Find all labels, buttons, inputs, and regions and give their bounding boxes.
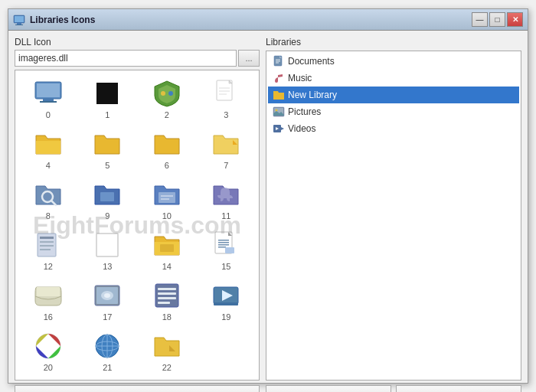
svg-rect-40 [158, 292, 176, 295]
close-button[interactable]: ✕ [507, 12, 523, 27]
icon-img-10 [152, 179, 182, 210]
library-item-pictures[interactable]: Pictures [268, 103, 519, 120]
newlibrary-icon [273, 89, 285, 101]
icon-num-14: 14 [162, 262, 172, 271]
icon-cell-14[interactable]: 14 [139, 227, 195, 274]
svg-rect-29 [218, 240, 229, 241]
icon-cell-19[interactable]: 19 [198, 277, 255, 325]
icon-cell-11[interactable]: 11 [198, 176, 255, 224]
main-panels: DLL Icon ... EightForums.com [15, 37, 521, 381]
library-item-pictures-label: Pictures [288, 106, 321, 117]
minimize-button[interactable]: — [472, 12, 488, 27]
icon-cell-13[interactable]: 13 [80, 227, 136, 274]
svg-rect-30 [218, 242, 229, 243]
left-bottom-area: Select Icon from dll [15, 385, 260, 392]
icon-img-7 [211, 129, 241, 159]
dll-input[interactable] [15, 50, 237, 67]
icon-cell-9[interactable]: 9 [80, 176, 136, 224]
icon-img-6 [152, 129, 182, 159]
icon-cell-3[interactable]: 3 [198, 75, 255, 122]
main-window: Libraries Icons — □ ✕ DLL Icon ... Eight [8, 8, 528, 384]
icon-num-8: 8 [46, 211, 51, 220]
icon-cell-6[interactable]: 6 [139, 126, 195, 173]
icon-cell-20[interactable]: 20 [20, 328, 77, 375]
browse-button[interactable]: ... [238, 50, 260, 67]
svg-rect-8 [96, 83, 118, 104]
library-item-documents[interactable]: Documents [268, 53, 519, 70]
icon-cell-18[interactable]: 18 [139, 277, 195, 325]
maximize-button[interactable]: □ [489, 12, 505, 27]
icon-img-13 [92, 230, 123, 260]
icon-img-20 [33, 331, 64, 361]
icon-num-5: 5 [105, 161, 109, 170]
svg-rect-42 [158, 302, 170, 304]
icon-num-18: 18 [162, 312, 172, 322]
bottom-buttons: Select Icon from dll Restore default Ico… [15, 385, 521, 392]
svg-point-37 [104, 293, 110, 298]
icon-num-1: 1 [105, 110, 109, 119]
icon-num-13: 13 [103, 262, 112, 271]
icon-num-0: 0 [46, 110, 51, 119]
icon-num-19: 19 [221, 312, 230, 322]
select-icon-dll-button[interactable]: Select Icon from dll [15, 385, 260, 392]
left-panel: DLL Icon ... EightForums.com [15, 37, 260, 381]
icon-num-3: 3 [224, 110, 228, 119]
right-panel: Libraries Documents [266, 37, 521, 381]
svg-rect-25 [40, 249, 51, 250]
icon-img-11 [211, 179, 241, 210]
select-new-icon-button[interactable]: Select new Icon from file [396, 385, 521, 392]
icon-cell-16[interactable]: 16 [20, 277, 77, 325]
icon-img-8 [33, 179, 64, 210]
library-item-newlibrary[interactable]: New Library [268, 87, 519, 103]
icon-cell-10[interactable]: 10 [139, 176, 195, 224]
icon-num-9: 9 [105, 211, 109, 220]
icon-cell-8[interactable]: 8 [20, 176, 77, 224]
svg-rect-27 [160, 244, 174, 252]
library-item-documents-label: Documents [288, 56, 335, 67]
icon-cell-17[interactable]: 17 [80, 277, 136, 325]
icon-cell-0[interactable]: 0 [20, 75, 77, 122]
libraries-container[interactable]: Documents Music [266, 51, 521, 381]
icon-img-19 [211, 280, 241, 311]
icon-cell-4[interactable]: 4 [20, 126, 77, 173]
icon-cell-22[interactable]: 22 [139, 328, 195, 375]
icon-img-9 [92, 179, 123, 210]
icon-cell-21[interactable]: 21 [80, 328, 136, 375]
icon-cell-1[interactable]: 1 [80, 75, 136, 122]
icon-cell-7[interactable]: 7 [198, 126, 255, 173]
svg-rect-24 [40, 245, 54, 247]
restore-default-button[interactable]: Restore default Icon [266, 385, 391, 392]
icon-img-2 [152, 78, 182, 109]
music-icon [273, 72, 285, 84]
dll-input-row: ... [15, 50, 260, 67]
icon-img-5 [92, 129, 123, 159]
svg-rect-18 [159, 192, 175, 203]
icon-num-11: 11 [221, 211, 230, 220]
title-bar-buttons: — □ ✕ [472, 12, 523, 27]
svg-rect-17 [100, 192, 114, 201]
title-bar-left: Libraries Icons [13, 14, 95, 26]
icons-grid: 0 1 [15, 70, 259, 380]
svg-rect-2 [17, 23, 21, 24]
documents-icon [273, 55, 285, 67]
icons-grid-container[interactable]: EightForums.com [15, 70, 260, 381]
icon-cell-2[interactable]: 2 [139, 75, 195, 122]
library-item-music[interactable]: Music [268, 70, 519, 87]
svg-point-9 [161, 91, 165, 96]
icon-num-10: 10 [162, 211, 172, 220]
svg-rect-7 [40, 101, 57, 103]
svg-rect-41 [158, 297, 176, 299]
icon-num-6: 6 [165, 161, 169, 170]
library-item-newlibrary-label: New Library [288, 90, 337, 100]
icon-num-7: 7 [224, 161, 228, 170]
library-item-videos[interactable]: Videos [268, 120, 519, 137]
icon-img-16 [33, 280, 64, 311]
library-item-music-label: Music [288, 73, 312, 83]
window-icon [13, 14, 25, 26]
icon-cell-5[interactable]: 5 [80, 126, 136, 173]
icon-img-4 [33, 129, 64, 159]
icon-cell-15[interactable]: 15 [198, 227, 255, 274]
icon-cell-12[interactable]: 12 [20, 227, 77, 274]
icon-num-17: 17 [103, 312, 112, 322]
right-bottom-area: Restore default Icon Select new Icon fro… [266, 385, 521, 392]
